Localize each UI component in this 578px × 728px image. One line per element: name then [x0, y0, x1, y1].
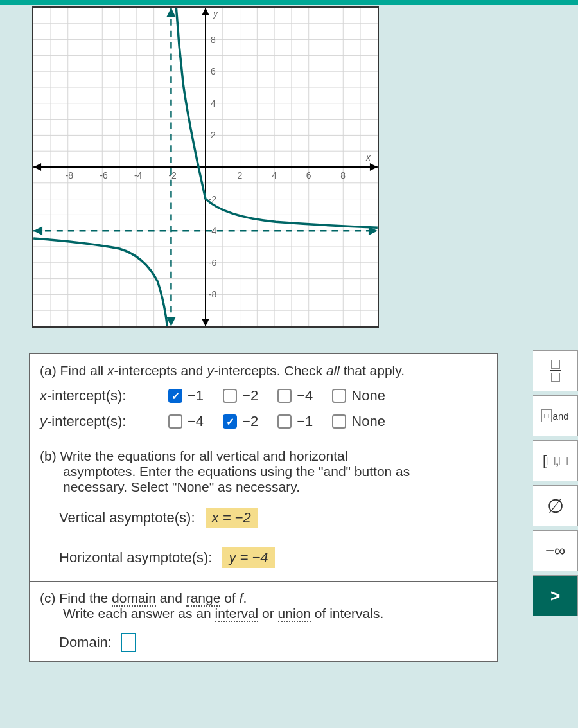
domain-label: Domain:: [59, 634, 112, 651]
svg-text:-6: -6: [209, 258, 217, 268]
part-c-text2a: Write each answer as an: [63, 606, 215, 621]
part-c-text2b: of intervals.: [311, 606, 383, 621]
svg-text:4: 4: [211, 98, 216, 109]
svg-text:-2: -2: [168, 170, 177, 181]
palette-neg-infinity-button[interactable]: −∞: [533, 530, 578, 571]
ha-label: Horizontal asymptote(s):: [59, 549, 212, 566]
opt-label: −2: [242, 413, 258, 430]
svg-text:x: x: [365, 152, 371, 163]
domain-input[interactable]: [121, 633, 136, 652]
box-icon: □: [541, 409, 551, 422]
ha-answer[interactable]: y = −4: [222, 547, 274, 568]
svg-text:-8: -8: [66, 170, 74, 181]
svg-marker-63: [166, 8, 175, 17]
x-opt-none[interactable]: None: [332, 387, 385, 404]
or-text: or: [258, 606, 277, 621]
y-opt-none[interactable]: None: [332, 413, 385, 430]
y-opt-neg4[interactable]: −4: [168, 413, 204, 430]
part-b-line3: necessary. Select "None" as necessary.: [63, 479, 300, 494]
y-opt-neg1[interactable]: −1: [277, 413, 313, 430]
and-text: and: [156, 590, 186, 605]
opt-label: −1: [188, 387, 204, 404]
y-int-label: -intercept(s):: [47, 413, 126, 429]
top-accent-bar: [0, 0, 578, 5]
of-f-text: of f.: [220, 590, 247, 605]
svg-text:-4: -4: [134, 170, 143, 181]
y-intercept-row: y-intercept(s): −4 ✓−2 −1 None: [40, 413, 487, 430]
x-int-label: -intercept(s):: [47, 387, 126, 404]
opt-label: −2: [242, 387, 258, 404]
svg-text:8: 8: [211, 35, 216, 45]
domain-link[interactable]: domain: [112, 590, 156, 607]
svg-marker-40: [202, 319, 209, 326]
opt-label: −1: [297, 413, 313, 430]
palette-and-button[interactable]: □and: [533, 395, 578, 436]
opt-label: −4: [297, 387, 313, 404]
part-a-prompt: Find all x-intercepts and y-intercepts. …: [60, 363, 405, 378]
checkbox-checked-icon: ✓: [223, 414, 237, 429]
part-b-line2: asymptotes. Enter the equations using th…: [63, 464, 410, 479]
x-opt-neg1[interactable]: ✓−1: [168, 387, 204, 404]
checkbox-icon: [332, 389, 346, 403]
va-label: Vertical asymptote(s):: [59, 510, 195, 526]
checkbox-checked-icon: ✓: [168, 389, 182, 403]
symbol-palette: □and [□,□ ∅ −∞ >: [533, 350, 578, 616]
svg-text:2: 2: [238, 170, 243, 181]
fraction-icon: [550, 360, 561, 382]
palette-fraction-button[interactable]: [533, 350, 578, 391]
part-b-cell: (b) Write the equations for all vertical…: [30, 439, 498, 582]
and-label: and: [553, 411, 569, 422]
svg-text:y: y: [213, 8, 218, 19]
opt-label: None: [351, 413, 385, 430]
part-a-label: (a): [40, 363, 57, 378]
svg-marker-37: [370, 163, 378, 171]
opt-label: −4: [188, 413, 204, 430]
va-answer[interactable]: x = −2: [206, 508, 258, 528]
svg-text:4: 4: [272, 170, 277, 181]
checkbox-icon: [168, 414, 182, 429]
interval-link[interactable]: interval: [215, 606, 259, 622]
checkbox-icon: [277, 414, 292, 429]
x-opt-neg4[interactable]: −4: [277, 387, 313, 404]
svg-marker-39: [202, 8, 209, 15]
palette-emptyset-button[interactable]: ∅: [533, 485, 578, 526]
svg-text:-8: -8: [209, 289, 217, 299]
x-intercept-row: x-intercept(s): ✓−1 −2 −4 None: [40, 387, 487, 404]
checkbox-icon: [332, 414, 346, 429]
part-b-line1: Write the equations for all vertical and…: [60, 448, 348, 463]
graph-plot: -8-6 -4-2 24 68 86 42 -2-4 -6-8 x y: [32, 6, 379, 328]
question-table: (a) Find all x-intercepts and y-intercep…: [29, 353, 498, 662]
part-b-label: (b): [40, 448, 57, 463]
svg-marker-38: [33, 163, 41, 171]
checkbox-icon: [277, 389, 292, 403]
opt-label: None: [351, 387, 385, 404]
svg-text:8: 8: [340, 170, 346, 181]
y-opt-neg2[interactable]: ✓−2: [223, 413, 258, 430]
part-a-cell: (a) Find all x-intercepts and y-intercep…: [30, 354, 498, 439]
checkbox-icon: [223, 389, 237, 403]
union-link[interactable]: union: [278, 606, 311, 622]
svg-text:2: 2: [211, 130, 216, 140]
part-c-cell: (c) Find the domain and range of f. Writ…: [30, 582, 498, 662]
part-c-text1: Find the: [59, 590, 112, 605]
palette-interval-button[interactable]: [□,□: [533, 440, 578, 481]
svg-marker-62: [33, 226, 42, 235]
svg-text:6: 6: [306, 170, 311, 181]
svg-text:-6: -6: [100, 170, 108, 181]
graph-svg: -8-6 -4-2 24 68 86 42 -2-4 -6-8 x y: [33, 8, 378, 326]
x-opt-neg2[interactable]: −2: [223, 387, 258, 404]
part-c-label: (c): [40, 590, 56, 605]
palette-next-button[interactable]: >: [533, 575, 578, 616]
range-link[interactable]: range: [186, 590, 221, 607]
svg-text:6: 6: [211, 66, 216, 76]
